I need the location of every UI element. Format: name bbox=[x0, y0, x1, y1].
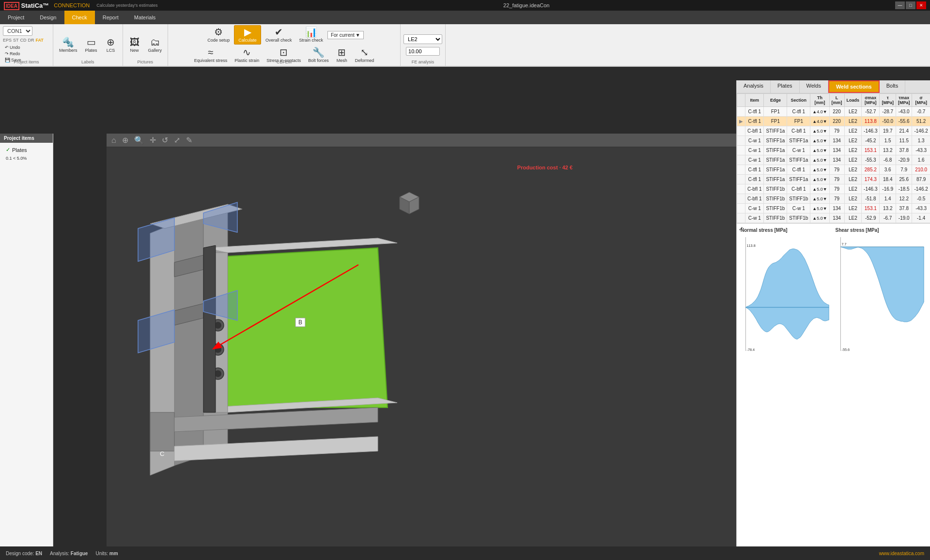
row-l: 220 bbox=[829, 107, 844, 117]
row-smax: -45.2 bbox=[862, 136, 880, 146]
zoom-icon[interactable]: ⊕ bbox=[121, 135, 129, 146]
maximize-button[interactable]: □ bbox=[906, 1, 915, 9]
row-tau: -28.7 bbox=[880, 107, 896, 117]
paint-icon[interactable]: ✎ bbox=[185, 135, 193, 146]
table-row[interactable]: ▶ C-tfl 1 FP1 FP1 ▲4.0▼ 220 LE2 113.8 -5… bbox=[737, 117, 930, 126]
tag-eps[interactable]: EPS bbox=[3, 38, 12, 43]
toolbar: CON1 EPS ST CD DR FAT ↶Undo ↷Redo 💾Save … bbox=[0, 24, 930, 67]
loads-select[interactable]: LE2 LE1 LE3 bbox=[403, 34, 442, 44]
search-icon[interactable]: 🔍 bbox=[133, 135, 145, 146]
col-th[interactable]: Th [mm] bbox=[810, 94, 829, 107]
pan-icon[interactable]: ✛ bbox=[149, 135, 157, 146]
tag-st[interactable]: ST bbox=[13, 38, 19, 43]
code-setup-button[interactable]: ⚙ Code setup bbox=[204, 25, 232, 45]
row-l: 79 bbox=[829, 175, 844, 184]
overall-check-button[interactable]: ✔ Overall check bbox=[263, 25, 295, 45]
lcs-button[interactable]: ⊕ LCS bbox=[102, 35, 120, 55]
fe-analysis-label: FE analysis bbox=[401, 60, 445, 64]
tab-welds[interactable]: Welds bbox=[800, 80, 828, 93]
row-section: C-w 1 bbox=[787, 204, 810, 213]
table-row[interactable]: C-w 1 STIFF1b C-w 1 ▲5.0▼ 134 LE2 153.1 … bbox=[737, 204, 930, 213]
shear-stress-svg: 7.7 -55.6 bbox=[836, 235, 927, 361]
tag-fat[interactable]: FAT bbox=[36, 38, 44, 43]
row-arrow bbox=[737, 126, 745, 136]
menu-materials[interactable]: Materials bbox=[126, 11, 164, 24]
menu-check[interactable]: Check bbox=[64, 11, 95, 24]
row-arrow bbox=[737, 165, 745, 175]
home-icon[interactable]: ⌂ bbox=[110, 135, 117, 146]
tag-cd[interactable]: CD bbox=[20, 38, 27, 43]
gallery-icon: 🗂 bbox=[150, 37, 160, 47]
row-l: 79 bbox=[829, 184, 844, 194]
project-items-header: Project items bbox=[0, 134, 53, 143]
row-loads: LE2 bbox=[844, 204, 862, 213]
module-name: CONNECTION bbox=[54, 2, 90, 8]
row-arrow bbox=[737, 146, 745, 155]
tab-analysis[interactable]: Analysis bbox=[737, 80, 771, 93]
gallery-button[interactable]: 🗂 Gallery bbox=[145, 35, 165, 55]
plates-button[interactable]: ▭ Plates bbox=[82, 35, 100, 55]
row-smax: -52.9 bbox=[862, 213, 880, 223]
menu-report[interactable]: Report bbox=[95, 11, 126, 24]
strain-check-button[interactable]: 📊 Strain check bbox=[296, 25, 326, 45]
col-l[interactable]: L [mm] bbox=[829, 94, 844, 107]
tab-bolts[interactable]: Bolts bbox=[880, 80, 905, 93]
close-button[interactable]: ✕ bbox=[916, 1, 926, 9]
minimize-button[interactable]: — bbox=[895, 1, 905, 9]
row-tau: -16.9 bbox=[880, 184, 896, 194]
row-section: STIFF1b bbox=[787, 194, 810, 204]
table-row[interactable]: C-bfl 1 STIFF1b STIFF1b ▲5.0▼ 79 LE2 -51… bbox=[737, 194, 930, 204]
table-row[interactable]: C-tfl 1 FP1 C-tfl 1 ▲4.0▼ 220 LE2 -52.7 … bbox=[737, 107, 930, 117]
statusbar: Design code: EN Analysis: Fatigue Units:… bbox=[0, 546, 930, 560]
row-taumax: 37.8 bbox=[896, 204, 912, 213]
plastic-strain-icon: ∿ bbox=[243, 47, 251, 57]
col-edge[interactable]: Edge bbox=[764, 94, 787, 107]
row-smax: -55.3 bbox=[862, 155, 880, 165]
undo-button[interactable]: ↶Undo bbox=[3, 45, 23, 50]
website-link[interactable]: www.ideastatica.com bbox=[879, 551, 924, 556]
table-row[interactable]: C-w 1 STIFF1a C-w 1 ▲5.0▼ 134 LE2 153.1 … bbox=[737, 146, 930, 155]
col-smax[interactable]: σmax [MPa] bbox=[862, 94, 880, 107]
table-row[interactable]: C-tfl 1 STIFF1a STIFF1a ▲5.0▼ 79 LE2 174… bbox=[737, 175, 930, 184]
row-taumax: 25.6 bbox=[896, 175, 912, 184]
menu-design[interactable]: Design bbox=[32, 11, 64, 24]
stress-contacts-icon: ⊡ bbox=[279, 47, 288, 57]
col-sigma[interactable]: σ [MPa] bbox=[912, 94, 930, 107]
col-section[interactable]: Section bbox=[787, 94, 810, 107]
value-input[interactable] bbox=[406, 47, 440, 56]
app-logo: IDEA StatiCa™ CONNECTION Calculate yeste… bbox=[4, 2, 158, 9]
table-row[interactable]: C-tfl 1 STIFF1a C-tfl 1 ▲5.0▼ 79 LE2 285… bbox=[737, 165, 930, 175]
connection-select[interactable]: CON1 bbox=[3, 26, 32, 36]
row-edge: FP1 bbox=[764, 117, 787, 126]
tag-dr[interactable]: DR bbox=[28, 38, 34, 43]
refresh-icon[interactable]: ↺ bbox=[161, 135, 169, 146]
new-picture-button[interactable]: 🖼 New bbox=[126, 35, 143, 55]
row-arrow bbox=[737, 175, 745, 184]
table-row[interactable]: C-w 1 STIFF1a STIFF1a ▲5.0▼ 134 LE2 -45.… bbox=[737, 136, 930, 146]
tab-plates[interactable]: Plates bbox=[771, 80, 800, 93]
members-icon: 🔩 bbox=[62, 37, 74, 47]
table-row[interactable]: C-bfl 1 STIFF1b C-bfl 1 ▲5.0▼ 79 LE2 -14… bbox=[737, 184, 930, 194]
row-sigma: -0.7 bbox=[912, 107, 930, 117]
calculate-button[interactable]: ▶ Calculate bbox=[234, 25, 261, 45]
fit-icon[interactable]: ⤢ bbox=[173, 135, 181, 146]
table-row[interactable]: C-bfl 1 STIFF1a C-bfl 1 ▲5.0▼ 79 LE2 -14… bbox=[737, 126, 930, 136]
row-l: 220 bbox=[829, 117, 844, 126]
members-button[interactable]: 🔩 Members bbox=[56, 35, 80, 55]
plates-check-item[interactable]: ✓ Plates bbox=[2, 145, 51, 155]
col-loads[interactable]: Loads bbox=[844, 94, 862, 107]
row-l: 79 bbox=[829, 194, 844, 204]
col-taumax[interactable]: τmax [MPa] bbox=[896, 94, 912, 107]
table-row[interactable]: C-w 1 STIFF1b STIFF1b ▲5.0▼ 134 LE2 -52.… bbox=[737, 213, 930, 223]
table-body: C-tfl 1 FP1 C-tfl 1 ▲4.0▼ 220 LE2 -52.7 … bbox=[737, 107, 930, 223]
right-panel: Analysis Plates Welds Weld sections Bolt… bbox=[736, 80, 930, 546]
for-current-button[interactable]: For current ▼ bbox=[327, 31, 364, 39]
menu-project[interactable]: Project bbox=[0, 11, 32, 24]
strain-check-icon: 📊 bbox=[305, 27, 317, 37]
col-item[interactable]: Item bbox=[745, 94, 764, 107]
redo-button[interactable]: ↷Redo bbox=[3, 51, 23, 57]
tab-weld-sections[interactable]: Weld sections bbox=[828, 80, 880, 93]
col-tau[interactable]: τ [MPa] bbox=[880, 94, 896, 107]
table-row[interactable]: C-w 1 STIFF1a STIFF1a ▲5.0▼ 134 LE2 -55.… bbox=[737, 155, 930, 165]
row-taumax: -43.0 bbox=[896, 107, 912, 117]
